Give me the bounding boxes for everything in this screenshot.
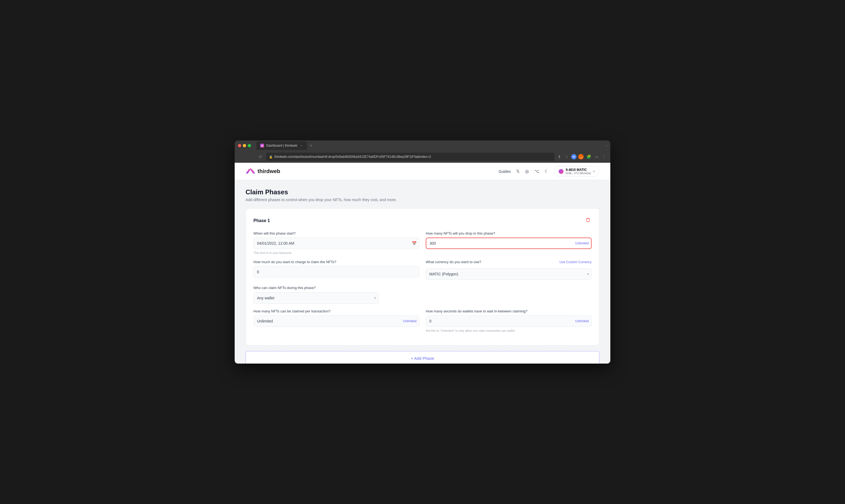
- currency-label: What currency do you want to use?: [426, 260, 481, 264]
- wait-time-input[interactable]: [426, 316, 592, 327]
- add-phase-label: + Add Phase: [411, 356, 434, 361]
- add-phase-button[interactable]: + Add Phase: [246, 351, 599, 364]
- app-header: thirdweb Guides 𝕏 ◎ ⌥ ☾ 9.4810 MATIC 0x9…: [235, 163, 610, 180]
- nft-supply-input[interactable]: [426, 238, 592, 249]
- currency-select[interactable]: MATIC (Polygon) ETH USDC: [426, 268, 592, 280]
- start-date-input[interactable]: [253, 238, 419, 249]
- guides-link[interactable]: Guides: [499, 169, 511, 174]
- wait-time-input-wrapper: Unlimited: [426, 316, 592, 327]
- currency-group: What currency do you want to use? Use Cu…: [426, 260, 592, 280]
- per-tx-label: How many NFTs can be claimed per transac…: [253, 309, 419, 313]
- currency-label-row: What currency do you want to use? Use Cu…: [426, 260, 592, 264]
- wait-helper-text: Set this to "Unlimited" to only allow on…: [426, 329, 592, 332]
- wallet-icon: [559, 169, 563, 174]
- browser-window: W Dashboard | thirdweb × + › ‹ › ↺ 🔒 thi…: [235, 140, 610, 364]
- wait-time-group: How many seconds do wallets have to wait…: [426, 309, 592, 332]
- close-button[interactable]: [238, 144, 241, 147]
- start-date-label: When will this phase start?: [253, 231, 419, 235]
- form-row-2: How much do you want to charge to claim …: [253, 260, 592, 280]
- currency-select-wrapper: MATIC (Polygon) ETH USDC ▾: [426, 268, 592, 280]
- per-tx-group: How many NFTs can be claimed per transac…: [253, 309, 419, 332]
- theme-toggle[interactable]: ☾: [545, 169, 549, 174]
- claim-who-select-wrapper: Any wallet Only specific wallets ▾: [253, 292, 592, 304]
- nav-arrows: ‹ › ↺: [238, 153, 264, 161]
- section-subtitle: Add different phases to control when you…: [246, 198, 599, 202]
- phase-header: Phase 1: [253, 216, 592, 225]
- claim-who-wrapper: Any wallet Only specific wallets ▾: [253, 292, 379, 304]
- price-input-wrapper: [253, 266, 419, 277]
- discord-icon[interactable]: ◎: [525, 169, 529, 174]
- forward-button[interactable]: ›: [247, 153, 255, 161]
- tab-bar: W Dashboard | thirdweb × +: [256, 141, 604, 150]
- start-date-helper: This time is in your timezone.: [253, 251, 419, 254]
- wait-unlimited-btn[interactable]: Unlimited: [575, 319, 589, 323]
- price-label: How much do you want to charge to claim …: [253, 260, 419, 264]
- nft-supply-label: How many NFTs will you drop in this phas…: [426, 231, 592, 235]
- metamask-extension[interactable]: M: [571, 154, 577, 160]
- window-chevron: ›: [606, 144, 607, 147]
- extensions-button[interactable]: 🧩: [585, 154, 592, 160]
- maximize-button[interactable]: [248, 144, 251, 147]
- menu-button[interactable]: ⋮: [601, 154, 607, 160]
- claim-who-select[interactable]: Any wallet Only specific wallets: [253, 292, 379, 304]
- nft-supply-group: How many NFTs will you drop in this phas…: [426, 231, 592, 254]
- per-tx-unlimited-btn[interactable]: Unlimited: [403, 319, 416, 323]
- nft-supply-unlimited-btn[interactable]: Unlimited: [575, 241, 589, 245]
- header-nav: Guides 𝕏 ◎ ⌥ ☾ 9.4810 MATIC 0x9E...072 (…: [499, 166, 599, 177]
- wallet-balance: 9.4810 MATIC: [566, 168, 591, 172]
- tab-favicon: W: [260, 144, 264, 147]
- wallet-address: 0x9E...072 (Mumbai): [566, 172, 591, 175]
- title-bar: W Dashboard | thirdweb × + ›: [235, 140, 610, 151]
- wallet-info: 9.4810 MATIC 0x9E...072 (Mumbai): [566, 168, 591, 175]
- claim-who-label: Who can claim NFTs during this phase?: [253, 286, 316, 290]
- phase-card: Phase 1 When will this phase start? 📅: [246, 209, 599, 346]
- start-date-input-wrapper: 📅: [253, 238, 419, 249]
- form-row-1: When will this phase start? 📅 This time …: [253, 231, 592, 254]
- logo-text: thirdweb: [257, 168, 280, 175]
- logo-icon: [246, 168, 255, 175]
- wait-time-label: How many seconds do wallets have to wait…: [426, 309, 592, 313]
- github-icon[interactable]: ⌥: [534, 169, 539, 174]
- logo: thirdweb: [246, 168, 280, 175]
- custom-currency-link[interactable]: Use Custom Currency: [559, 260, 592, 264]
- per-tx-input[interactable]: [253, 316, 419, 327]
- nft-supply-input-wrapper: Unlimited: [426, 238, 592, 249]
- section-title: Claim Phases: [246, 188, 599, 196]
- price-group: How much do you want to charge to claim …: [253, 260, 419, 280]
- back-button[interactable]: ‹: [238, 153, 246, 161]
- refresh-button[interactable]: ↺: [256, 153, 264, 161]
- minimize-button[interactable]: [243, 144, 246, 147]
- section-header: Claim Phases Add different phases to con…: [246, 188, 599, 202]
- address-text: thirdweb.com/dashboard/mumbai/nft-drop/0…: [274, 155, 552, 159]
- form-row-4: How many NFTs can be claimed per transac…: [253, 309, 592, 332]
- delete-phase-button[interactable]: [585, 216, 592, 225]
- lock-icon: 🔒: [269, 155, 273, 159]
- twitter-icon[interactable]: 𝕏: [516, 169, 520, 174]
- sidebar-button[interactable]: ▭: [594, 154, 599, 160]
- nav-actions: ⬆ ☆ M 🦊 🧩 ▭ ⋮: [557, 154, 607, 160]
- nav-bar: ‹ › ↺ 🔒 thirdweb.com/dashboard/mumbai/nf…: [235, 151, 610, 163]
- fox-extension[interactable]: 🦊: [578, 154, 584, 160]
- tab-close-button[interactable]: ×: [300, 144, 303, 147]
- traffic-lights: [238, 144, 251, 147]
- active-tab[interactable]: W Dashboard | thirdweb ×: [256, 141, 307, 150]
- wallet-chevron: ▾: [593, 169, 595, 173]
- wallet-button[interactable]: 9.4810 MATIC 0x9E...072 (Mumbai) ▾: [554, 166, 599, 177]
- start-date-group: When will this phase start? 📅 This time …: [253, 231, 419, 254]
- price-input[interactable]: [253, 266, 419, 277]
- per-tx-input-wrapper: Unlimited: [253, 316, 419, 327]
- phase-title: Phase 1: [253, 218, 270, 223]
- main-content: thirdweb Guides 𝕏 ◎ ⌥ ☾ 9.4810 MATIC 0x9…: [235, 163, 610, 364]
- bookmark-button[interactable]: ☆: [564, 154, 570, 160]
- address-bar[interactable]: 🔒 thirdweb.com/dashboard/mumbai/nft-drop…: [266, 153, 555, 161]
- share-button[interactable]: ⬆: [557, 154, 562, 160]
- tab-title: Dashboard | thirdweb: [266, 144, 297, 147]
- new-tab-button[interactable]: +: [308, 143, 314, 149]
- page-content: Claim Phases Add different phases to con…: [235, 180, 610, 364]
- form-row-3: Who can claim NFTs during this phase? An…: [253, 285, 592, 304]
